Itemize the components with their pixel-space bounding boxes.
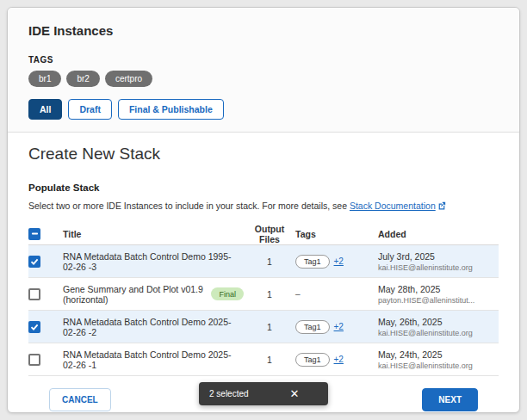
row-checkbox-unchecked[interactable] [28,354,40,366]
row-added-by: payton.HISE@alleninstitut... [378,296,499,305]
row-title: RNA Metadata Batch Control Demo 2025-02-… [63,317,244,337]
selection-count-text: 2 selected [209,389,249,398]
instances-table: Title Output Files Tags Added RNA Metada… [28,223,499,376]
populate-stack-label: Populate Stack [28,182,499,193]
row-added-date: May, 26th, 2025 [378,317,499,327]
column-header-output-files[interactable]: Output Files [244,224,295,244]
filter-all-button[interactable]: All [28,99,62,120]
next-button[interactable]: NEXT [422,388,478,411]
select-all-checkbox[interactable] [28,228,40,240]
table-header-row: Title Output Files Tags Added [28,223,499,245]
tag-chip-list: br1 br2 certpro [28,71,499,87]
row-added-date: May 28th, 2025 [378,284,499,294]
populate-stack-description: Select two or more IDE Instances to incl… [28,201,499,211]
tag-chip-certpro[interactable]: certpro [105,71,152,87]
filter-button-group: All Draft Final & Publishable [28,99,499,120]
tags-label: TAGS [28,55,499,65]
close-icon[interactable]: ✕ [290,388,300,399]
indeterminate-icon [31,230,39,238]
row-checkbox-unchecked[interactable] [28,288,40,300]
column-header-tags[interactable]: Tags [295,229,378,239]
more-tags-link[interactable]: +2 [334,322,344,331]
table-row[interactable]: RNA Metadata Batch Control Demo 1995-02-… [28,245,499,278]
row-output-files: 1 [244,256,295,267]
row-tag-chip[interactable]: Tag1 [295,320,330,334]
row-output-files: 1 [244,289,295,300]
row-added-by: kai.HISE@alleninstitute.org [378,329,499,337]
table-row[interactable]: RNA Metadata Batch Control Demo 2025-02-… [28,343,499,376]
page-title: IDE Instances [28,23,499,38]
column-header-added[interactable]: Added [378,229,499,239]
row-title: Gene Summary and Dot Plot v01.9 (horizon… [63,284,206,305]
row-added-by: kai.HISE@alleninstitute.org [378,361,499,370]
row-output-files: 1 [244,322,295,332]
row-no-tags: – [295,289,301,299]
row-added-date: July 3rd, 2025 [378,251,499,262]
table-row[interactable]: RNA Metadata Batch Control Demo 2025-02-… [28,311,499,343]
filter-draft-button[interactable]: Draft [68,99,112,120]
row-title: RNA Metadata Batch Control Demo 1995-02-… [63,251,244,272]
check-icon [30,323,39,331]
main-section: Create New Stack Populate Stack Select t… [8,133,519,411]
stack-documentation-link[interactable]: Stack Documentation [350,201,436,211]
row-output-files: 1 [244,355,295,365]
row-added-date: May, 24th, 2025 [378,349,499,360]
selection-snackbar: 2 selected ✕ [199,382,328,405]
column-header-title[interactable]: Title [63,229,244,239]
external-link-icon [437,201,446,210]
more-tags-link[interactable]: +2 [334,256,344,266]
header-section: IDE Instances TAGS br1 br2 certpro All D… [8,8,519,133]
row-title: RNA Metadata Batch Control Demo 2025-02-… [63,349,244,370]
row-tag-chip[interactable]: Tag1 [295,255,330,269]
final-status-badge: Final [211,287,244,300]
create-stack-title: Create New Stack [28,145,499,164]
more-tags-link[interactable]: +2 [334,355,344,364]
row-checkbox-checked[interactable] [28,321,40,333]
description-text: Select two or more IDE Instances to incl… [28,201,350,211]
filter-final-publishable-button[interactable]: Final & Publishable [118,99,224,120]
table-row[interactable]: Gene Summary and Dot Plot v01.9 (horizon… [28,278,499,311]
ide-instances-panel: IDE Instances TAGS br1 br2 certpro All D… [7,7,520,413]
row-added-by: kai.HISE@alleninstitute.org [378,263,499,272]
cancel-button[interactable]: CANCEL [49,388,111,411]
check-icon [30,257,39,266]
tag-chip-br2[interactable]: br2 [66,71,99,87]
row-tag-chip[interactable]: Tag1 [295,353,330,367]
row-checkbox-checked[interactable] [28,256,40,268]
tag-chip-br1[interactable]: br1 [28,71,61,87]
